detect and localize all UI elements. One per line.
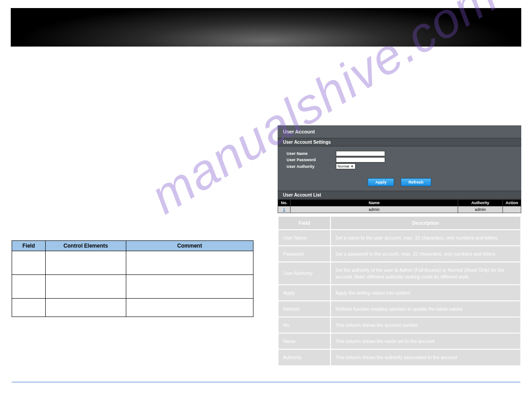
col-control: Control Elements: [46, 241, 126, 251]
section-heading-rate-limit: 3.4.8 Rate Limit: [12, 67, 262, 77]
user-account-description-table: Field Description User NameSet a name to…: [278, 216, 521, 366]
table-row: Rate Rate setting field (Kbit/sec) Set a…: [12, 299, 253, 317]
panel-section-settings: User Account Settings: [278, 138, 521, 146]
table-row: PasswordSet a password to the account, m…: [279, 246, 520, 261]
table-row: All Drop-down selection list, Value = Al…: [12, 251, 253, 275]
col-field: Field: [12, 241, 46, 251]
desc-col-description: Description: [331, 217, 520, 229]
desc-col-field: Field: [279, 217, 330, 229]
col-authority: Authority: [458, 200, 503, 206]
table-header-row: Field Control Elements Comment: [12, 241, 253, 251]
row-authority: admin: [458, 206, 503, 213]
table-row: NameThis column shows the name set to th…: [279, 334, 520, 349]
row-name: admin: [291, 206, 458, 213]
user-name-field[interactable]: [336, 151, 385, 156]
row-action: [503, 206, 521, 213]
left-column: 3.4.8 Rate Limit Rate limit allows you t…: [12, 67, 262, 317]
user-list-header: No. Name Authority Action: [278, 199, 521, 206]
select-value: Normal: [338, 164, 349, 168]
panel-section-list: User Account List: [278, 191, 521, 199]
rate-limit-intro-1: Rate limit allows you to limit the bandw…: [12, 79, 262, 93]
rate-limit-intro-2: To set up transport rate for each port, …: [12, 98, 262, 104]
table-row: ApplyApply the setting values into syste…: [279, 285, 520, 300]
header-band: [11, 8, 521, 47]
refresh-button[interactable]: Refresh: [401, 178, 431, 186]
user-list-row: 1 admin admin: [278, 206, 521, 213]
table-row: User NameSet a name to the user account,…: [279, 230, 520, 245]
user-authority-label: User Authority: [287, 164, 336, 169]
user-password-label: User Password: [287, 158, 336, 162]
table-row: User AuthoritySet the authority of the u…: [279, 262, 520, 284]
rate-limit-table: Field Control Elements Comment All Drop-…: [12, 240, 253, 317]
footer-divider: [12, 382, 520, 382]
table-row: No.This column shows the account number: [279, 317, 520, 333]
user-name-label: User Name: [287, 151, 336, 156]
right-column: User Account User Account Settings User …: [278, 67, 521, 366]
col-comment: Comment: [126, 241, 253, 251]
chevron-down-icon: ▼: [351, 165, 354, 168]
user-authority-select[interactable]: Normal ▼: [336, 163, 356, 169]
user-account-form: User Name User Password User Authority N…: [278, 146, 521, 176]
footer-page-number: 35: [510, 388, 515, 393]
rate-limit-intro-3: Enter the rate at Kbit/sec in 'Rate(Kbit…: [12, 109, 262, 129]
table-row: AuthorityThis column shows the authority…: [279, 350, 520, 365]
user-account-panel: User Account User Account Settings User …: [278, 125, 521, 213]
panel-title: User Account: [278, 125, 521, 138]
col-no: No.: [278, 200, 291, 206]
table-row: Enable Checkbox Enable the rate limit fu…: [12, 275, 253, 299]
apply-button[interactable]: Apply: [368, 178, 394, 186]
col-action: Action: [503, 200, 521, 206]
table-row: RefreshRefresh function enables operator…: [279, 301, 520, 317]
row-no-link[interactable]: 1: [278, 206, 291, 213]
footer-doc-title: VX-GPU2610 User Manual_V1.0a: [0, 388, 532, 393]
user-password-field[interactable]: [336, 157, 385, 163]
col-name: Name: [291, 200, 458, 206]
